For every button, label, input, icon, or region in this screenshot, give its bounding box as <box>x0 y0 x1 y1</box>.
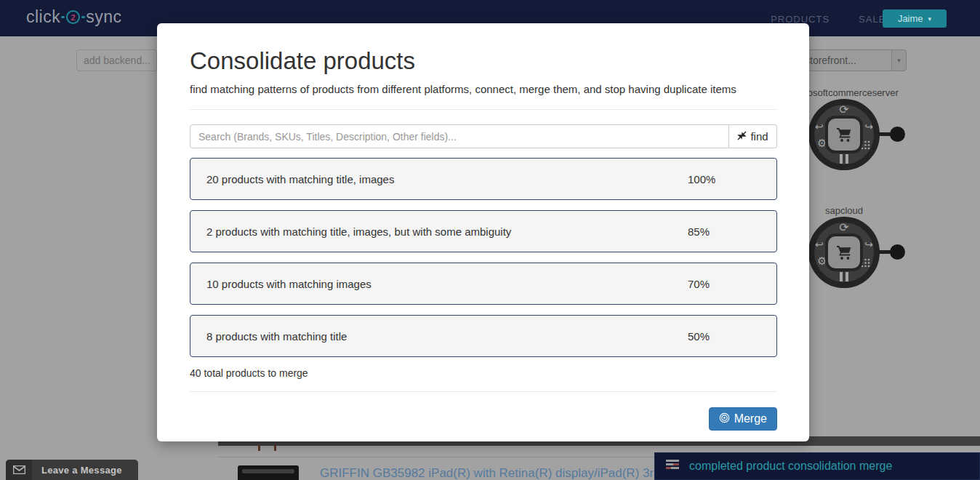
grid-dots-icon[interactable] <box>861 140 870 152</box>
storefront-selected-value[interactable]: storefront... <box>798 49 891 71</box>
tasks-icon <box>666 460 679 473</box>
divider <box>190 391 777 392</box>
envelope-icon <box>6 460 32 480</box>
merge-button[interactable]: Merge <box>709 407 777 431</box>
modal-footer: Merge <box>190 407 777 431</box>
match-group-row[interactable]: 2 products with matching title, images, … <box>190 210 777 252</box>
match-group-label: 20 products with matching title, images <box>206 173 394 185</box>
modal-title: Consolidate products <box>190 47 777 75</box>
refresh-icon[interactable]: ⟳ <box>839 104 848 116</box>
grid-dots-icon[interactable] <box>861 258 870 270</box>
storefront-select[interactable]: storefront... ▾ <box>798 49 907 71</box>
user-menu-button[interactable]: Jaime ▾ <box>883 9 947 28</box>
add-backend-input[interactable]: add backend... <box>76 49 157 71</box>
match-confidence: 100% <box>688 173 715 185</box>
backend-node-microsoftcommerceserver[interactable]: microsoftcommerceserver ⟳ ↩ ↪ ⚙ <box>808 99 880 170</box>
search-input[interactable] <box>190 124 729 148</box>
gear-icon[interactable]: ⚙ <box>817 137 827 148</box>
consolidate-products-modal: Consolidate products find matching patte… <box>157 23 809 441</box>
decorative-tick <box>274 444 276 451</box>
backend-node-sapcloud[interactable]: sapcloud ⟳ ↩ ↪ ⚙ <box>808 217 880 288</box>
node-connector-endpoint[interactable] <box>890 127 905 142</box>
merge-button-label: Merge <box>734 412 767 425</box>
find-button[interactable]: find <box>729 124 777 148</box>
match-group-label: 8 products with matching title <box>206 330 347 343</box>
match-confidence: 50% <box>688 330 710 343</box>
compress-arrows-icon <box>737 130 747 143</box>
logo-text-click: click <box>26 7 60 27</box>
node-connector-endpoint[interactable] <box>890 244 905 260</box>
search-bar: find <box>190 124 777 148</box>
modal-subtitle: find matching patterns of products from … <box>190 83 777 95</box>
total-products-label: 40 total products to merge <box>190 367 777 379</box>
concentric-circles-icon <box>719 412 730 426</box>
find-button-label: find <box>750 130 768 143</box>
product-thumbnail <box>238 465 299 480</box>
caret-down-icon: ▾ <box>928 15 932 23</box>
sync-out-icon[interactable]: ↩ <box>815 239 824 249</box>
caret-down-icon[interactable]: ▾ <box>891 49 907 71</box>
logo-connector-dot <box>81 16 85 18</box>
match-confidence: 70% <box>688 278 710 290</box>
toast-message[interactable]: completed product consolidation merge <box>689 460 892 473</box>
chat-widget[interactable]: Leave a Message <box>6 460 138 480</box>
logo-badge-2: 2 <box>66 10 80 24</box>
divider <box>190 109 777 110</box>
logo-text-sync: sync <box>86 7 121 27</box>
match-group-label: 10 products with matching images <box>206 278 371 290</box>
match-group-row[interactable]: 8 products with matching title 50% <box>190 315 777 357</box>
match-group-row[interactable]: 20 products with matching title, images … <box>190 158 777 200</box>
match-groups-list: 20 products with matching title, images … <box>190 158 777 357</box>
decorative-tick <box>258 444 260 451</box>
pause-icon[interactable] <box>840 154 848 164</box>
notification-toast[interactable]: completed product consolidation merge <box>654 452 980 480</box>
pause-icon[interactable] <box>840 272 848 281</box>
user-name: Jaime <box>898 13 923 24</box>
sync-in-icon[interactable]: ↪ <box>864 239 873 249</box>
sync-in-icon[interactable]: ↪ <box>864 121 873 132</box>
app-logo: click 2 sync <box>26 7 122 27</box>
match-confidence: 85% <box>688 225 710 238</box>
cart-icon[interactable] <box>828 119 860 151</box>
match-group-label: 2 products with matching title, images, … <box>206 225 511 238</box>
refresh-icon[interactable]: ⟳ <box>839 222 848 233</box>
logo-connector-dot <box>61 16 65 18</box>
cart-icon[interactable] <box>828 236 860 268</box>
chat-widget-label: Leave a Message <box>32 465 122 476</box>
gear-icon[interactable]: ⚙ <box>817 255 827 266</box>
sync-out-icon[interactable]: ↩ <box>815 121 824 132</box>
match-group-row[interactable]: 10 products with matching images 70% <box>190 263 777 305</box>
